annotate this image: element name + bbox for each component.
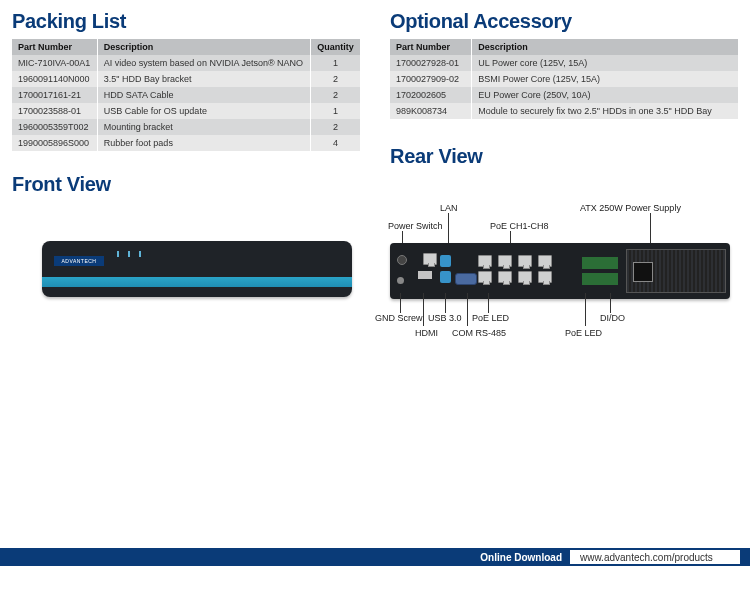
- cell-pn: 1702002605: [390, 87, 472, 103]
- cell-qty: 2: [311, 87, 360, 103]
- cell-qty: 2: [311, 119, 360, 135]
- label-atx: ATX 250W Power Supply: [580, 203, 681, 213]
- cell-qty: 4: [311, 135, 360, 151]
- label-poe-led: PoE LED: [472, 313, 509, 323]
- power-button-icon: [397, 255, 407, 265]
- dio-connector-icon: [582, 257, 618, 269]
- cell-desc: USB Cable for OS update: [97, 103, 310, 119]
- label-dio: DI/DO: [600, 313, 625, 323]
- col-part-number: Part Number: [390, 39, 472, 55]
- device-rear-image: [390, 243, 730, 299]
- table-row: 1960091140N000 3.5" HDD Bay bracket 2: [12, 71, 360, 87]
- poe-ports-bank: [478, 255, 556, 285]
- cell-qty: 1: [311, 55, 360, 71]
- packing-list-table: Part Number Description Quantity MIC-710…: [12, 39, 360, 151]
- table-row: 1960005359T002 Mounting bracket 2: [12, 119, 360, 135]
- label-lan: LAN: [440, 203, 458, 213]
- cell-desc: 3.5" HDD Bay bracket: [97, 71, 310, 87]
- table-row: 1700017161-21 HDD SATA Cable 2: [12, 87, 360, 103]
- poe-port-icon: [498, 271, 512, 283]
- table-row: MIC-710IVA-00A1 AI video system based on…: [12, 55, 360, 71]
- cell-desc: Rubber foot pads: [97, 135, 310, 151]
- poe-port-icon: [518, 255, 532, 267]
- lan-led-icon: [128, 251, 130, 257]
- advantech-logo: ADVANTECH: [54, 256, 104, 266]
- cell-pn: 1990005896S000: [12, 135, 97, 151]
- label-gnd-screw: GND Screw: [375, 313, 423, 323]
- label-poe-ch: PoE CH1-CH8: [490, 221, 549, 231]
- front-view-heading: Front View: [12, 173, 360, 196]
- col-description: Description: [472, 39, 738, 55]
- cell-desc: BSMI Power Core (125V, 15A): [472, 71, 738, 87]
- cell-qty: 2: [311, 71, 360, 87]
- cell-pn: 1700027909-02: [390, 71, 472, 87]
- power-led-icon: [117, 251, 119, 257]
- cell-pn: 1700027928-01: [390, 55, 472, 71]
- label-hdmi: HDMI: [415, 328, 438, 338]
- optional-accessory-heading: Optional Accessory: [390, 10, 738, 33]
- hdd-led-icon: [139, 251, 141, 257]
- poe-port-icon: [498, 255, 512, 267]
- usb-port-icon: [440, 271, 451, 283]
- front-accent-strip: [42, 277, 352, 287]
- hdmi-port-icon: [418, 271, 432, 279]
- cell-pn: 989K008734: [390, 103, 472, 119]
- poe-port-icon: [478, 271, 492, 283]
- cell-desc: Module to securely fix two 2.5" HDDs in …: [472, 103, 738, 119]
- poe-port-icon: [518, 271, 532, 283]
- usb-port-icon: [440, 255, 451, 267]
- label-power-switch: Power Switch: [388, 221, 443, 231]
- label-poe-led-2: PoE LED: [565, 328, 602, 338]
- table-row: 1990005896S000 Rubber foot pads 4: [12, 135, 360, 151]
- packing-list-heading: Packing List: [12, 10, 360, 33]
- cell-qty: 1: [311, 103, 360, 119]
- footer-label: Online Download: [472, 552, 570, 563]
- cell-pn: 1960091140N000: [12, 71, 97, 87]
- cell-pn: 1700023588-01: [12, 103, 97, 119]
- footer-bar: Online Download www.advantech.com/produc…: [0, 548, 750, 566]
- poe-port-icon: [478, 255, 492, 267]
- footer-url: www.advantech.com/products: [570, 550, 740, 564]
- table-row: 989K008734 Module to securely fix two 2.…: [390, 103, 738, 119]
- cell-pn: 1700017161-21: [12, 87, 97, 103]
- col-part-number: Part Number: [12, 39, 97, 55]
- cell-desc: UL Power core (125V, 15A): [472, 55, 738, 71]
- label-usb: USB 3.0: [428, 313, 462, 323]
- table-row: 1700023588-01 USB Cable for OS update 1: [12, 103, 360, 119]
- com-port-icon: [455, 273, 477, 285]
- dio-connector-icon: [582, 273, 618, 285]
- device-front-image: ADVANTECH: [42, 241, 352, 297]
- cell-pn: MIC-710IVA-00A1: [12, 55, 97, 71]
- cell-desc: Mounting bracket: [97, 119, 310, 135]
- label-com: COM RS-485: [452, 328, 506, 338]
- poe-port-icon: [538, 271, 552, 283]
- rear-view-heading: Rear View: [390, 145, 483, 168]
- cell-pn: 1960005359T002: [12, 119, 97, 135]
- cell-desc: HDD SATA Cable: [97, 87, 310, 103]
- optional-accessory-table: Part Number Description 1700027928-01 UL…: [390, 39, 738, 119]
- cell-desc: EU Power Core (250V, 10A): [472, 87, 738, 103]
- ground-screw-icon: [397, 277, 404, 284]
- table-row: 1702002605 EU Power Core (250V, 10A): [390, 87, 738, 103]
- col-description: Description: [97, 39, 310, 55]
- cell-desc: AI video system based on NVIDIA Jetson® …: [97, 55, 310, 71]
- lan-port-icon: [423, 253, 437, 265]
- psu-icon: [626, 249, 726, 293]
- poe-port-icon: [538, 255, 552, 267]
- table-row: 1700027909-02 BSMI Power Core (125V, 15A…: [390, 71, 738, 87]
- col-quantity: Quantity: [311, 39, 360, 55]
- table-row: 1700027928-01 UL Power core (125V, 15A): [390, 55, 738, 71]
